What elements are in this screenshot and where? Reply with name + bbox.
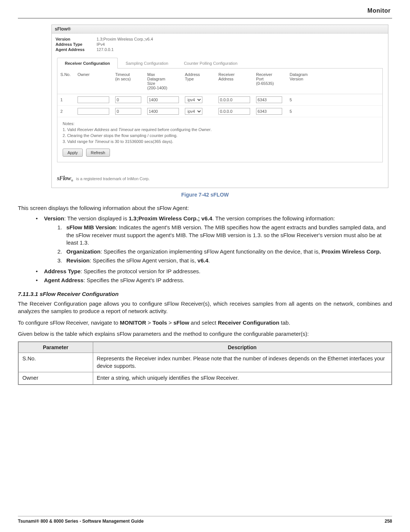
col-addrtype: Address Type <box>182 69 215 94</box>
col-sno: S.No. <box>57 69 75 94</box>
bullet-version: • Version: The version displayed is 1.3;… <box>36 215 392 266</box>
info-version-label: Version <box>56 37 97 41</box>
para-navigate: To configure sFlow Receiver, navigate to… <box>18 319 392 326</box>
notes-header: Notes: <box>63 121 377 127</box>
receiver-table: S.No. Owner Timeout (in secs) Max Datagr… <box>57 69 382 117</box>
agent-info: Version 1.3;Proxim Wireless Corp.;v6.4 A… <box>52 34 388 54</box>
addrtype-select[interactable]: ipv4 <box>185 96 202 103</box>
screenshot-figure: sFlow® Version 1.3;Proxim Wireless Corp.… <box>51 25 388 188</box>
owner-input[interactable] <box>78 96 109 103</box>
receiver-config-panel: S.No. Owner Timeout (in secs) Max Datagr… <box>57 69 383 162</box>
recvaddr-input[interactable] <box>218 108 250 115</box>
notes-block: Notes: 1. Valid Receiver Address and Tim… <box>57 117 382 145</box>
header-rule <box>18 18 392 19</box>
col-maxdg: Max Datagram Size (200-1400) <box>144 69 182 94</box>
footer-left: Tsunami® 800 & 8000 Series - Software Ma… <box>18 519 144 524</box>
refresh-button[interactable]: Refresh <box>86 149 110 157</box>
recvport-input[interactable] <box>256 108 282 115</box>
page-footer: Tsunami® 800 & 8000 Series - Software Ma… <box>18 516 392 524</box>
numitem-mib-version: 1. sFlow MIB Version: Indicates the agen… <box>57 224 392 246</box>
panel-title: sFlow® <box>52 25 388 34</box>
col-owner: Owner <box>75 69 112 94</box>
ptable-h-parameter: Parameter <box>18 342 93 353</box>
tab-receiver-config[interactable]: Receiver Configuration <box>57 58 118 69</box>
numitem-revision: 3. Revision: Specifies the sFlow Agent v… <box>57 257 392 264</box>
recvport-input[interactable] <box>256 96 282 103</box>
ptable-param: S.No. <box>18 353 93 372</box>
section-heading: 7.11.3.1 sFlow Receiver Configuration <box>18 291 392 297</box>
intro-paragraph: This screen displays the following infor… <box>18 204 392 212</box>
ptable-desc: Represents the Receiver index number. Pl… <box>93 353 392 372</box>
parameter-table: Parameter Description S.No. Represents t… <box>18 341 392 385</box>
col-dgver: Datagram Version <box>287 69 382 94</box>
col-recvport: Receiver Port (0-65535) <box>253 69 287 94</box>
tab-sampling-config[interactable]: Sampling Configuration <box>118 58 176 69</box>
ptable-param: Owner <box>18 372 93 385</box>
bullet-address-type: • Address Type: Specifies the protocol v… <box>36 268 392 275</box>
table-row: Owner Enter a string, which uniquely ide… <box>18 372 392 385</box>
maxdg-input[interactable] <box>147 108 179 115</box>
cell-dgver: 5 <box>287 106 382 117</box>
apply-button[interactable]: Apply <box>63 149 83 157</box>
col-timeout: Timeout (in secs) <box>112 69 144 94</box>
addrtype-select[interactable]: ipv4 <box>185 108 202 115</box>
recvaddr-input[interactable] <box>218 96 250 103</box>
cell-sno: 2 <box>57 106 75 117</box>
info-agentaddr-value: 127.0.0.1 <box>97 47 114 52</box>
para-table-intro: Given below is the table which explains … <box>18 330 392 338</box>
table-row: 1 ipv4 5 <box>57 94 382 106</box>
ptable-desc: Enter a string, which uniquely identifie… <box>93 372 392 385</box>
cell-sno: 1 <box>57 94 75 106</box>
table-row: S.No. Represents the Receiver index numb… <box>18 353 392 372</box>
page-header-section: Monitor <box>18 7 392 14</box>
info-agentaddr-label: Agent Address <box>56 47 97 52</box>
timeout-input[interactable] <box>115 96 141 103</box>
figure-caption: Figure 7-42 sFLOW <box>18 192 392 198</box>
timeout-input[interactable] <box>115 108 141 115</box>
trademark-text: is a registered trademark of InMon Corp. <box>76 176 149 181</box>
sflow-logo-icon: sFlow® <box>57 175 73 182</box>
note-1: 1. Valid Receiver Address and Timeout ar… <box>63 127 377 133</box>
maxdg-input[interactable] <box>147 96 179 103</box>
numitem-organization: 2. Organization: Specifies the organizat… <box>57 248 392 255</box>
info-version-value: 1.3;Proxim Wireless Corp.;v6.4 <box>97 37 153 41</box>
tab-counter-polling[interactable]: Counter Polling Configuration <box>176 58 245 69</box>
info-addrtype-label: Address Type <box>56 42 97 47</box>
ptable-h-description: Description <box>93 342 392 353</box>
footer-page-number: 258 <box>385 519 392 524</box>
note-2: 2. Clearing the Owner stops the flow sam… <box>63 133 377 139</box>
note-3: 3. Valid range for Timeout is 30 to 3153… <box>63 139 377 145</box>
cell-dgver: 5 <box>287 94 382 106</box>
table-row: 2 ipv4 5 <box>57 106 382 117</box>
tab-bar: Receiver Configuration Sampling Configur… <box>57 57 383 69</box>
owner-input[interactable] <box>78 108 109 115</box>
info-addrtype-value: IPv4 <box>97 42 105 47</box>
col-recvaddr: Receiver Address <box>215 69 253 94</box>
bullet-agent-address: • Agent Address: Specifies the sFlow Age… <box>36 277 392 284</box>
para-receiver-desc: The Receiver Configuration page allows y… <box>18 300 392 315</box>
trademark-line: sFlow® is a registered trademark of InMo… <box>52 168 388 188</box>
